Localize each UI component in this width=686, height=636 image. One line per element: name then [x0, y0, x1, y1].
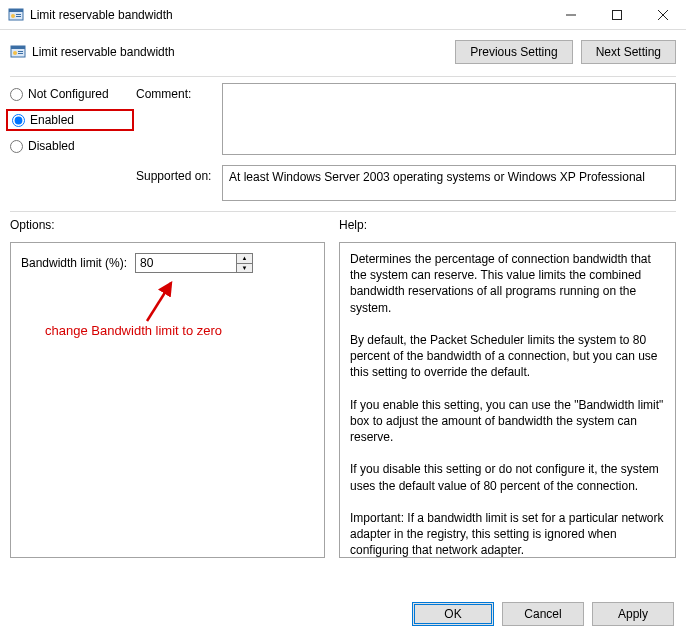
radio-disabled-label: Disabled	[28, 139, 75, 153]
options-label: Options:	[10, 218, 325, 232]
annotation-text: change Bandwidth limit to zero	[45, 323, 222, 338]
supported-on-text: At least Windows Server 2003 operating s…	[229, 170, 645, 184]
apply-button[interactable]: Apply	[592, 602, 674, 626]
annotation-arrow	[141, 277, 181, 327]
divider	[10, 211, 676, 212]
svg-point-11	[13, 51, 17, 55]
help-label: Help:	[339, 218, 676, 232]
supported-on-label: Supported on:	[136, 165, 216, 183]
spinner-up-button[interactable]: ▲	[237, 254, 252, 264]
svg-line-14	[147, 283, 171, 321]
spinner-down-button[interactable]: ▼	[237, 264, 252, 273]
app-icon	[8, 7, 24, 23]
help-panel: Determines the percentage of connection …	[339, 242, 676, 558]
ok-button[interactable]: OK	[412, 602, 494, 626]
bandwidth-limit-input[interactable]	[136, 254, 236, 272]
radio-not-configured-label: Not Configured	[28, 87, 109, 101]
divider	[10, 76, 676, 77]
radio-disabled[interactable]: Disabled	[10, 139, 130, 153]
bandwidth-limit-spinner[interactable]: ▲ ▼	[135, 253, 253, 273]
svg-rect-12	[18, 51, 23, 52]
dialog-footer: OK Cancel Apply	[412, 602, 674, 626]
options-panel: Bandwidth limit (%): ▲ ▼	[10, 242, 325, 558]
window-title: Limit reservable bandwidth	[30, 8, 173, 22]
window-controls	[548, 0, 686, 29]
radio-enabled[interactable]: Enabled	[6, 109, 134, 131]
cancel-button[interactable]: Cancel	[502, 602, 584, 626]
bandwidth-limit-label: Bandwidth limit (%):	[21, 256, 127, 270]
svg-rect-10	[11, 46, 25, 49]
svg-rect-6	[613, 10, 622, 19]
previous-setting-button[interactable]: Previous Setting	[455, 40, 572, 64]
titlebar: Limit reservable bandwidth	[0, 0, 686, 30]
svg-point-2	[11, 14, 15, 18]
radio-enabled-input[interactable]	[12, 114, 25, 127]
svg-rect-3	[16, 14, 21, 15]
state-radio-group: Not Configured Enabled Disabled	[10, 83, 130, 201]
radio-not-configured[interactable]: Not Configured	[10, 87, 130, 101]
comment-textarea[interactable]	[222, 83, 676, 155]
radio-disabled-input[interactable]	[10, 140, 23, 153]
close-button[interactable]	[640, 0, 686, 29]
maximize-button[interactable]	[594, 0, 640, 29]
radio-not-configured-input[interactable]	[10, 88, 23, 101]
svg-rect-4	[16, 16, 21, 17]
radio-enabled-label: Enabled	[30, 113, 74, 127]
policy-icon	[10, 44, 26, 60]
comment-label: Comment:	[136, 83, 216, 101]
svg-rect-1	[9, 9, 23, 12]
svg-rect-13	[18, 53, 23, 54]
supported-on-box: At least Windows Server 2003 operating s…	[222, 165, 676, 201]
policy-title: Limit reservable bandwidth	[32, 45, 175, 59]
next-setting-button[interactable]: Next Setting	[581, 40, 676, 64]
minimize-button[interactable]	[548, 0, 594, 29]
